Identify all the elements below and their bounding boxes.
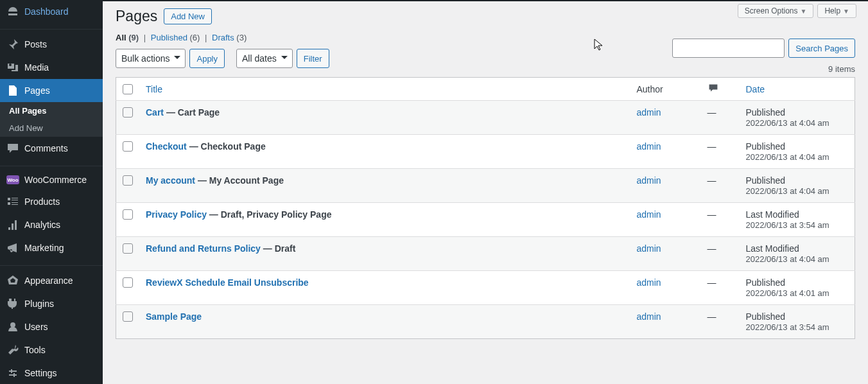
sidebar-item-media[interactable]: Media bbox=[0, 56, 103, 79]
sidebar-label: Products bbox=[24, 196, 60, 207]
help-tab[interactable]: Help ▼ bbox=[817, 4, 856, 18]
page-title-link[interactable]: Cart bbox=[146, 107, 164, 118]
table-row: Refund and Returns Policy — Draft admin … bbox=[116, 237, 855, 271]
sidebar-item-marketing[interactable]: Marketing bbox=[0, 236, 103, 259]
marketing-icon bbox=[6, 241, 19, 254]
comments-icon bbox=[6, 142, 19, 155]
sidebar-label: WooCommerce bbox=[24, 175, 87, 185]
date-text: 2022/06/13 at 4:04 am bbox=[746, 118, 829, 128]
sidebar-item-pages[interactable]: Pages bbox=[0, 79, 103, 102]
sidebar-item-comments[interactable]: Comments bbox=[0, 137, 103, 160]
table-row: My account — My Account Page admin — Pub… bbox=[116, 169, 855, 203]
row-checkbox[interactable] bbox=[123, 209, 133, 220]
table-row: Sample Page admin — Published2022/06/13 … bbox=[116, 305, 855, 339]
sidebar-label: Marketing bbox=[24, 243, 64, 253]
row-checkbox[interactable] bbox=[123, 243, 133, 254]
sidebar-item-woocommerce[interactable]: Woo WooCommerce bbox=[0, 170, 103, 190]
author-link[interactable]: admin bbox=[637, 277, 661, 288]
row-checkbox[interactable] bbox=[123, 175, 133, 186]
row-checkbox[interactable] bbox=[123, 277, 133, 288]
date-status: Published bbox=[746, 311, 849, 322]
page-title-link[interactable]: My account bbox=[146, 175, 195, 186]
column-date[interactable]: Date bbox=[746, 84, 765, 94]
author-link[interactable]: admin bbox=[637, 243, 661, 254]
table-row: Checkout — Checkout Page admin — Publish… bbox=[116, 135, 855, 169]
date-status: Published bbox=[746, 277, 849, 288]
row-checkbox[interactable] bbox=[123, 141, 133, 152]
date-status: Last Modified bbox=[746, 243, 849, 254]
filter-published[interactable]: Published (6) bbox=[151, 33, 200, 42]
author-link[interactable]: admin bbox=[637, 107, 661, 118]
pages-table: Title Author Date Cart — Cart Page admin… bbox=[116, 77, 855, 339]
apply-button[interactable]: Apply bbox=[189, 49, 225, 68]
comments-cell: — bbox=[701, 101, 740, 135]
date-status: Published bbox=[746, 107, 849, 118]
sidebar-label: Pages bbox=[24, 85, 50, 96]
author-link[interactable]: admin bbox=[637, 311, 661, 322]
sidebar-label: Users bbox=[24, 322, 48, 332]
page-title-link[interactable]: Checkout bbox=[146, 141, 187, 152]
date-text: 2022/06/13 at 3:54 am bbox=[746, 322, 829, 332]
comments-cell: — bbox=[701, 203, 740, 237]
date-status: Published bbox=[746, 141, 849, 152]
date-text: 2022/06/13 at 4:04 am bbox=[746, 186, 829, 196]
date-text: 2022/06/13 at 4:04 am bbox=[746, 254, 829, 264]
comments-cell: — bbox=[701, 271, 740, 305]
date-status: Published bbox=[746, 175, 849, 186]
submenu-all-pages[interactable]: All Pages bbox=[0, 102, 103, 119]
row-checkbox[interactable] bbox=[123, 311, 133, 322]
main-content: Screen Options ▼ Help ▼ Pages Add New Al… bbox=[103, 0, 868, 384]
page-title: Pages bbox=[116, 8, 157, 25]
page-title-link[interactable]: ReviewX Schedule Email Unsubscribe bbox=[146, 277, 309, 288]
pin-icon bbox=[6, 38, 19, 51]
column-author: Author bbox=[637, 84, 663, 94]
author-link[interactable]: admin bbox=[637, 209, 661, 220]
sidebar-item-products[interactable]: Products bbox=[0, 190, 103, 213]
post-state: — Checkout Page bbox=[187, 141, 266, 152]
chevron-down-icon: ▼ bbox=[801, 8, 807, 15]
submenu-add-new[interactable]: Add New bbox=[0, 119, 103, 137]
select-all-checkbox[interactable] bbox=[123, 84, 133, 94]
sidebar-label: Tools bbox=[24, 345, 46, 355]
sidebar-label: Posts bbox=[24, 39, 47, 49]
screen-options-tab[interactable]: Screen Options ▼ bbox=[738, 4, 814, 18]
row-checkbox[interactable] bbox=[123, 107, 133, 118]
sidebar-item-analytics[interactable]: Analytics bbox=[0, 213, 103, 236]
filter-drafts[interactable]: Drafts (3) bbox=[212, 33, 247, 42]
page-title-link[interactable]: Refund and Returns Policy bbox=[146, 243, 261, 254]
bulk-actions-select[interactable]: Bulk actions bbox=[116, 49, 186, 68]
author-link[interactable]: admin bbox=[637, 175, 661, 186]
filter-button[interactable]: Filter bbox=[297, 49, 329, 68]
sidebar-item-tools[interactable]: Tools bbox=[0, 338, 103, 362]
post-state: — My Account Page bbox=[195, 175, 284, 186]
sidebar-label: Analytics bbox=[24, 220, 60, 230]
sidebar-label: Dashboard bbox=[24, 6, 69, 17]
comments-cell: — bbox=[701, 305, 740, 339]
page-title-link[interactable]: Sample Page bbox=[146, 311, 202, 322]
sidebar-item-users[interactable]: Users bbox=[0, 315, 103, 338]
sidebar-item-posts[interactable]: Posts bbox=[0, 33, 103, 56]
pages-icon bbox=[6, 84, 19, 97]
sidebar-item-plugins[interactable]: Plugins bbox=[0, 292, 103, 315]
post-state: — Draft bbox=[261, 243, 295, 254]
comments-cell: — bbox=[701, 237, 740, 271]
settings-icon bbox=[6, 367, 19, 380]
column-title[interactable]: Title bbox=[146, 84, 162, 94]
post-state: — Draft, Privacy Policy Page bbox=[207, 209, 332, 220]
sidebar-label: Media bbox=[24, 62, 49, 73]
dates-select[interactable]: All dates bbox=[236, 49, 293, 68]
sidebar-item-appearance[interactable]: Appearance bbox=[0, 269, 103, 292]
table-row: Cart — Cart Page admin — Published2022/0… bbox=[116, 101, 855, 135]
table-row: ReviewX Schedule Email Unsubscribe admin… bbox=[116, 271, 855, 305]
date-text: 2022/06/13 at 4:01 am bbox=[746, 288, 829, 298]
dashboard-icon bbox=[6, 5, 19, 18]
sidebar-item-settings[interactable]: Settings bbox=[0, 362, 103, 384]
filter-all[interactable]: All (9) bbox=[116, 33, 139, 42]
sidebar-label: Settings bbox=[24, 368, 57, 378]
page-title-link[interactable]: Privacy Policy bbox=[146, 209, 207, 220]
add-new-button[interactable]: Add New bbox=[164, 8, 212, 24]
sidebar-item-dashboard[interactable]: Dashboard bbox=[0, 0, 103, 23]
author-link[interactable]: admin bbox=[637, 141, 661, 152]
sidebar-label: Plugins bbox=[24, 299, 54, 309]
date-text: 2022/06/13 at 4:04 am bbox=[746, 152, 829, 162]
